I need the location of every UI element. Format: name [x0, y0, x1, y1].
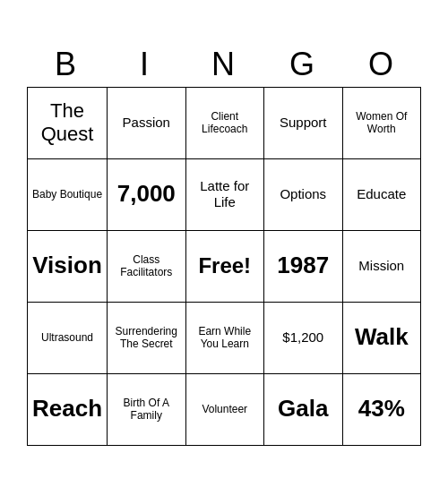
cell-text-r2-c2: Free!: [198, 253, 251, 279]
header-letter-n: N: [185, 42, 263, 87]
header-letter-i: I: [106, 42, 185, 87]
cell-text-r4-c4: 43%: [358, 395, 405, 423]
cell-text-r3-c1: Surrendering The Secret: [112, 325, 180, 351]
cell-text-r1-c0: Baby Boutique: [32, 188, 102, 201]
cell-r2-c0[interactable]: Vision: [28, 231, 108, 303]
cell-text-r0-c1: Passion: [123, 115, 170, 131]
cell-r3-c3[interactable]: $1,200: [264, 303, 342, 374]
cell-text-r4-c3: Gala: [278, 395, 328, 423]
cell-text-r0-c0: The Quest: [32, 99, 102, 147]
cell-text-r3-c0: Ultrasound: [41, 331, 93, 344]
bingo-card: BINGO The QuestPassionClient LifecoachSu…: [18, 33, 430, 455]
header-letter-b: B: [27, 42, 106, 87]
cell-text-r0-c3: Support: [280, 115, 327, 131]
cell-r1-c4[interactable]: Educate: [343, 159, 422, 231]
cell-r3-c0[interactable]: Ultrasound: [28, 303, 108, 374]
cell-r0-c3[interactable]: Support: [264, 88, 342, 159]
cell-r0-c0[interactable]: The Quest: [28, 88, 108, 159]
cell-r4-c2[interactable]: Volunteer: [186, 374, 264, 446]
cell-r4-c3[interactable]: Gala: [264, 374, 342, 446]
cell-text-r4-c0: Reach: [32, 395, 102, 423]
cell-r4-c0[interactable]: Reach: [28, 374, 108, 446]
bingo-grid: The QuestPassionClient LifecoachSupportW…: [27, 87, 421, 446]
cell-r0-c1[interactable]: Passion: [108, 88, 185, 159]
cell-text-r2-c4: Mission: [358, 258, 404, 274]
cell-r1-c3[interactable]: Options: [264, 159, 342, 231]
cell-text-r4-c2: Volunteer: [202, 403, 247, 415]
header-letter-g: G: [263, 42, 342, 87]
cell-r2-c4[interactable]: Mission: [343, 231, 422, 303]
cell-r0-c4[interactable]: Women Of Worth: [343, 88, 422, 159]
cell-text-r3-c3: $1,200: [282, 329, 323, 346]
cell-r0-c2[interactable]: Client Lifecoach: [186, 88, 264, 159]
cell-text-r1-c3: Options: [280, 186, 326, 202]
cell-r2-c3[interactable]: 1987: [264, 231, 342, 303]
cell-r4-c4[interactable]: 43%: [343, 374, 422, 446]
bingo-header: BINGO: [27, 42, 421, 87]
cell-text-r1-c2: Latte for Life: [191, 178, 259, 210]
cell-text-r0-c2: Client Lifecoach: [191, 110, 259, 136]
cell-r1-c2[interactable]: Latte for Life: [186, 159, 264, 231]
cell-r1-c1[interactable]: 7,000: [108, 159, 185, 231]
cell-text-r2-c0: Vision: [32, 252, 102, 279]
cell-r3-c1[interactable]: Surrendering The Secret: [108, 303, 185, 374]
cell-r2-c2[interactable]: Free!: [186, 231, 264, 303]
cell-text-r3-c4: Walk: [355, 323, 409, 351]
cell-text-r1-c4: Educate: [357, 186, 406, 202]
cell-r3-c2[interactable]: Earn While You Learn: [186, 303, 264, 374]
cell-text-r3-c2: Earn While You Learn: [191, 325, 259, 351]
cell-text-r0-c4: Women Of Worth: [348, 110, 417, 136]
cell-r2-c1[interactable]: Class Facilitators: [108, 231, 185, 303]
cell-text-r1-c1: 7,000: [117, 180, 176, 208]
cell-text-r2-c1: Class Facilitators: [112, 253, 180, 279]
cell-r4-c1[interactable]: Birth Of A Family: [108, 374, 185, 446]
cell-r1-c0[interactable]: Baby Boutique: [28, 159, 108, 231]
cell-text-r4-c1: Birth Of A Family: [112, 397, 180, 423]
header-letter-o: O: [342, 42, 421, 87]
cell-r3-c4[interactable]: Walk: [343, 303, 422, 374]
cell-text-r2-c3: 1987: [277, 252, 329, 279]
